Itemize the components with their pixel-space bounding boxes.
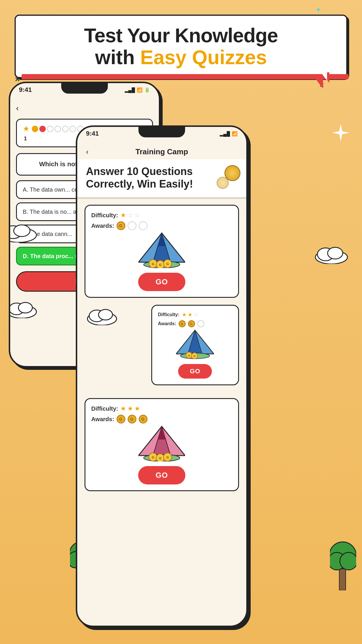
camp3-tent: G G G <box>138 424 185 461</box>
svg-rect-40 <box>339 567 346 590</box>
banner-title-highlight: Easy Quizzes <box>140 46 267 68</box>
camp2-coin-3 <box>197 320 204 327</box>
camp3-diff-stars: ★ ★ ★ <box>120 405 140 412</box>
camp3-go-button[interactable]: GO <box>138 466 185 484</box>
camp1-star-3: ☆ <box>134 211 140 219</box>
camps-row-2: Difficulty: ★ ★ ☆ Awards: G G <box>85 305 239 392</box>
svg-text:G: G <box>188 354 190 357</box>
front-status-time: 9:41 <box>86 130 99 137</box>
progress-track <box>32 126 84 132</box>
sparkle-deco <box>331 123 351 144</box>
banner-title-line1: Test Your Knowledge <box>27 24 335 46</box>
camp2-star-3: ☆ <box>194 312 198 318</box>
camp1-awards-label: Awards: <box>91 223 114 229</box>
prog-dot-6 <box>70 126 76 132</box>
camp2-coin-2: G <box>188 320 195 327</box>
svg-text:G: G <box>152 456 154 459</box>
camp3-diff-label: Difficulty: <box>91 405 118 412</box>
banner-title-with: with <box>95 46 140 68</box>
front-back-arrow[interactable]: ‹ <box>86 147 89 156</box>
camp-item-3: Difficulty: ★ ★ ★ Awards: G G G <box>85 398 239 491</box>
svg-point-5 <box>18 302 32 313</box>
win-banner-title: Answer 10 Questions Correctly, Win Easil… <box>86 165 238 190</box>
star-filled-1: ★ <box>23 124 29 133</box>
header-banner: Test Your Knowledge with Easy Quizzes <box>15 15 347 78</box>
prog-dot-1 <box>32 126 38 132</box>
prog-current: 1 <box>24 136 27 142</box>
camp2-difficulty-row: Difficulty: ★ ★ ☆ <box>158 312 232 318</box>
camp-item-1: Difficulty: ★ ☆ ☆ Awards: G <box>85 205 239 298</box>
camp2-diff-label: Difficulty: <box>158 312 180 317</box>
camp2-go-label: GO <box>190 368 200 375</box>
camp1-go-label: GO <box>156 277 168 286</box>
camp3-go-label: GO <box>156 471 168 480</box>
svg-text:G: G <box>166 456 169 459</box>
speech-tail-white <box>319 70 327 80</box>
deco-star-2: ✦ <box>315 6 321 14</box>
front-wifi-icon: 📶 <box>232 131 238 136</box>
camp2-go-button[interactable]: GO <box>178 364 212 379</box>
front-title: Training Camp <box>136 147 188 156</box>
camp3-star-3: ★ <box>134 405 140 412</box>
camp2-awards-row: Awards: G G <box>158 320 232 327</box>
back-arrow-button[interactable]: ‹ <box>16 104 153 113</box>
battery-icon: 🔋 <box>144 87 150 93</box>
tree-right <box>330 532 356 592</box>
win-banner: Answer 10 Questions Correctly, Win Easil… <box>77 159 246 198</box>
phone-front-content: ‹ Training Camp Answer 10 Questions Corr… <box>77 141 246 626</box>
camp2-tent: G G <box>176 327 214 359</box>
svg-text:G: G <box>152 262 154 266</box>
front-header: ‹ Training Camp <box>77 141 246 159</box>
camp3-awards-label: Awards: <box>91 416 114 423</box>
camp1-coin-1: G <box>117 221 125 230</box>
prog-dot-4 <box>55 126 61 132</box>
front-status-icons: ▂▄█ 📶 <box>220 131 238 136</box>
camp3-awards-row: Awards: G G G <box>91 415 232 424</box>
coin-deco-2 <box>217 177 229 189</box>
camp3-star-2: ★ <box>127 405 133 412</box>
camp2-star-2: ★ <box>188 312 192 318</box>
camp3-star-1: ★ <box>120 405 126 412</box>
camp1-star-2: ☆ <box>127 211 133 219</box>
camp1-diff-stars: ★ ☆ ☆ <box>120 211 140 219</box>
camp1-coin-2 <box>128 221 136 230</box>
prog-dot-5 <box>62 126 68 132</box>
camp2-coin-1: G <box>179 320 186 327</box>
svg-point-46 <box>328 247 343 259</box>
camp3-coin-2: G <box>128 415 136 424</box>
back-status-icons: ▂▄█ 📶 🔋 <box>125 87 150 93</box>
cloud-back-1 <box>9 219 39 244</box>
camp1-go-button[interactable]: GO <box>138 273 185 291</box>
camp2-diff-stars: ★ ★ ☆ <box>182 312 198 318</box>
camp2-star-1: ★ <box>182 312 187 318</box>
svg-point-43 <box>340 552 356 570</box>
phone-back-status: 9:41 ▂▄█ 📶 🔋 <box>10 86 159 94</box>
camp1-tent: G G G <box>138 230 185 268</box>
win-title-line2: Correctly, Win Easily! <box>86 178 238 190</box>
camp2-space <box>85 305 147 392</box>
camp-item-2: Difficulty: ★ ★ ☆ Awards: G G <box>151 305 239 385</box>
svg-text:G: G <box>194 355 196 358</box>
camp1-awards-row: Awards: G <box>91 221 232 230</box>
phone-front-status: 9:41 ▂▄█ 📶 <box>77 130 246 137</box>
phone-front: 9:41 ▂▄█ 📶 ‹ Training Camp Answer 10 Que… <box>76 125 248 627</box>
camp1-coin-3 <box>139 221 147 230</box>
wifi-icon: 📶 <box>137 87 143 93</box>
front-signal-icon: ▂▄█ <box>220 131 230 136</box>
camp-list: Difficulty: ★ ☆ ☆ Awards: G <box>77 199 246 504</box>
camp1-star-1: ★ <box>120 211 126 219</box>
camp3-coin-1: G <box>117 415 125 424</box>
prog-dot-2 <box>39 126 46 132</box>
svg-text:G: G <box>159 456 162 460</box>
camp1-difficulty-row: Difficulty: ★ ☆ ☆ <box>91 211 232 219</box>
camp2-awards-label: Awards: <box>158 321 176 326</box>
prog-dot-3 <box>47 126 53 132</box>
banner-title-line2: with Easy Quizzes <box>27 46 335 68</box>
svg-text:G: G <box>166 262 169 266</box>
signal-icon: ▂▄█ <box>125 87 135 93</box>
win-title-line1: Answer 10 Questions <box>86 165 238 178</box>
svg-point-22 <box>99 309 113 320</box>
cloud-front-right <box>312 242 350 265</box>
banner-red-bar <box>22 74 349 79</box>
camp1-diff-label: Difficulty: <box>91 212 118 219</box>
